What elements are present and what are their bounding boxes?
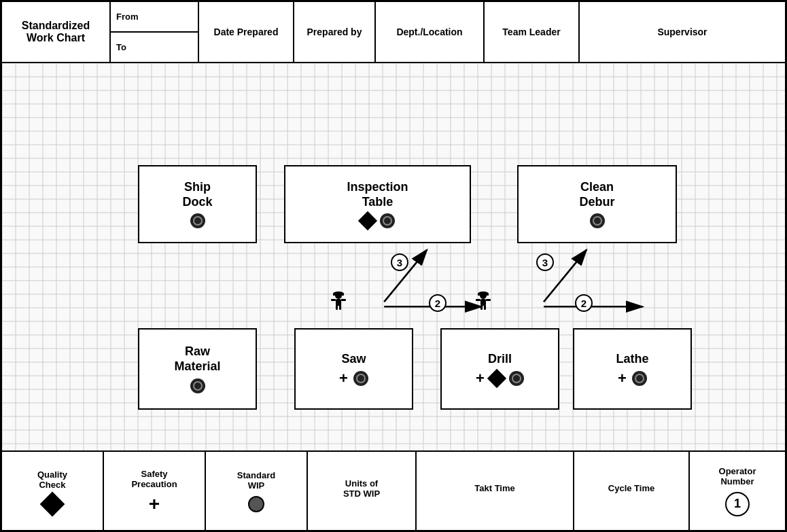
document-container: Standardized Work Chart From To Date Pre… (0, 0, 787, 532)
workstation-icons-ship-dock (190, 213, 205, 228)
footer-takt-time: Takt Time (417, 452, 574, 530)
workstation-icons-lathe: + (618, 371, 647, 386)
footer-quality-check: QualityCheck (2, 452, 104, 530)
quality-check-icon (43, 495, 61, 513)
safety-precaution-label: SafetyPrecaution (131, 469, 177, 489)
supervisor-cell: Supervisor (580, 2, 785, 62)
workstation-icons-drill: + (476, 371, 524, 386)
footer-safety-precaution: SafetyPrecaution + (104, 452, 206, 530)
svg-rect-7 (333, 294, 344, 296)
wip-std-icon-footer (248, 496, 264, 512)
dept-location-cell: Dept./Location (376, 2, 485, 62)
diamond-icon-footer (40, 491, 65, 516)
plus-icon-lathe: + (618, 371, 627, 386)
doc-title: Standardized Work Chart (2, 2, 111, 62)
workstation-ship-dock: ShipDock (138, 165, 257, 243)
circled-2-left: 2 (429, 294, 447, 312)
svg-rect-15 (478, 294, 489, 296)
workstation-title-inspection: InspectionTable (347, 180, 408, 209)
wip-icon-drill (509, 371, 524, 386)
cycle-time-label: Cycle Time (608, 483, 654, 493)
workstation-raw-material: RawMaterial (138, 328, 257, 410)
workstation-icons-saw: + (339, 371, 368, 386)
footer-row: QualityCheck SafetyPrecaution + Standard… (2, 452, 785, 530)
svg-rect-20 (486, 299, 491, 301)
workstation-title-raw-material: RawMaterial (174, 344, 220, 374)
diamond-icon-drill (487, 369, 506, 388)
worker-figure-right (471, 287, 495, 312)
workstation-drill: Drill + (440, 328, 559, 410)
title-text: Standardized Work Chart (7, 20, 104, 44)
svg-rect-16 (480, 299, 486, 306)
circled-3-left: 3 (391, 253, 408, 271)
svg-rect-8 (336, 299, 341, 306)
wip-icon-lathe (632, 371, 647, 386)
to-label: To (111, 33, 198, 62)
standard-wip-label: StandardWIP (237, 470, 275, 491)
quality-check-label: QualityCheck (37, 469, 67, 490)
circled-3-right: 3 (536, 253, 554, 271)
from-label: From (111, 2, 198, 33)
operator-number-label: OperatorNumber (719, 466, 756, 486)
footer-standard-wip: StandardWIP (206, 452, 308, 530)
plus-icon-saw: + (339, 371, 348, 386)
diamond-icon-inspection (357, 211, 377, 230)
prepared-by-cell: Prepared by (294, 2, 376, 62)
svg-rect-10 (339, 305, 341, 310)
operator-number-icon: 1 (725, 492, 750, 516)
workstation-icons-clean-debur (590, 213, 605, 228)
footer-units-std-wip: Units ofSTD WIP (308, 452, 417, 530)
main-flow-area: ShipDock InspectionTable CleanDebur RawM… (2, 63, 785, 452)
svg-rect-19 (476, 299, 480, 301)
svg-rect-18 (484, 305, 486, 310)
worker-figure-left (326, 287, 351, 312)
wip-icon-inspection (380, 213, 395, 228)
operator-number-value: 1 (734, 497, 741, 511)
date-prepared-cell: Date Prepared (199, 2, 294, 62)
svg-rect-11 (331, 299, 336, 301)
svg-rect-12 (341, 299, 346, 301)
wip-icon-ship-dock (190, 213, 205, 228)
team-leader-cell: Team Leader (485, 2, 580, 62)
wip-icon-clean-debur (590, 213, 605, 228)
plus-icon-drill: + (476, 371, 485, 386)
footer-cycle-time: Cycle Time (574, 452, 690, 530)
footer-operator-number: OperatorNumber 1 (690, 452, 785, 530)
workstation-icons-inspection (361, 213, 395, 228)
standard-wip-icon (248, 496, 264, 512)
wip-icon-raw-material (190, 378, 205, 393)
workstation-title-clean-debur: CleanDebur (579, 180, 614, 209)
workstation-icons-raw-material (190, 378, 205, 393)
workstation-title-drill: Drill (488, 352, 512, 367)
workstation-saw: Saw + (294, 328, 413, 410)
plus-icon-footer: + (149, 495, 160, 514)
workstation-title-ship-dock: ShipDock (182, 180, 212, 209)
units-std-wip-label: Units ofSTD WIP (343, 478, 380, 499)
workstation-title-saw: Saw (341, 352, 366, 367)
circled-2-right: 2 (575, 294, 593, 312)
from-to-cell: From To (111, 2, 199, 62)
wip-icon-saw (353, 371, 368, 386)
workstation-title-lathe: Lathe (616, 352, 648, 367)
workstation-clean-debur: CleanDebur (517, 165, 677, 243)
header-row: Standardized Work Chart From To Date Pre… (2, 2, 785, 63)
svg-rect-9 (336, 305, 338, 310)
svg-rect-17 (480, 305, 483, 310)
workstation-lathe: Lathe + (573, 328, 692, 410)
takt-time-label: Takt Time (474, 483, 514, 493)
safety-precaution-icon: + (149, 495, 160, 514)
operator-circle: 1 (725, 492, 750, 516)
workstation-inspection-table: InspectionTable (284, 165, 471, 243)
